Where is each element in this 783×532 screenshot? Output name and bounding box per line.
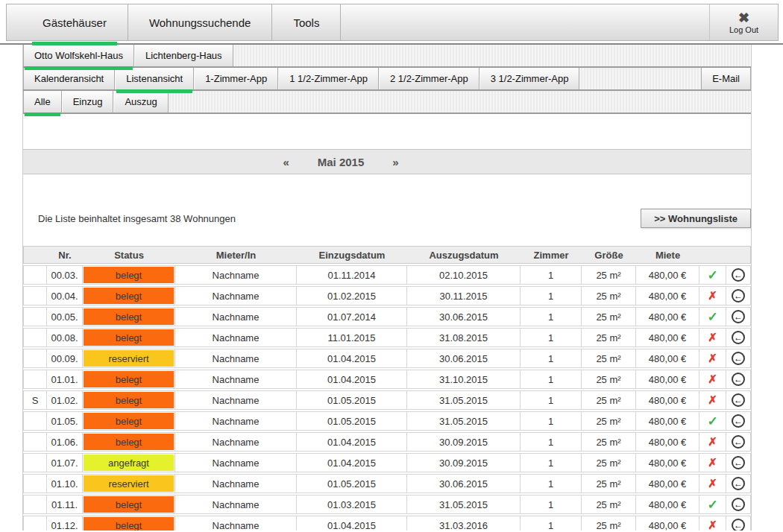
- header-status: Status: [83, 246, 175, 264]
- cross-icon[interactable]: ✗: [708, 331, 717, 343]
- next-month-icon[interactable]: »: [392, 156, 398, 168]
- header-groesse: Größe: [582, 246, 636, 264]
- status-badge: belegt: [84, 392, 174, 408]
- tab-2-1-2-zimmer-app[interactable]: 2 1/2-Zimmer-App: [379, 68, 479, 89]
- logout-button[interactable]: ✖ Log Out: [709, 4, 778, 40]
- result-cell: ✗: [699, 474, 726, 493]
- back-arrow-button[interactable]: ←: [732, 373, 745, 386]
- cross-icon[interactable]: ✗: [708, 393, 717, 406]
- header-marker: [23, 246, 47, 264]
- status-cell: belegt: [83, 411, 175, 431]
- nr-cell: 00.05.: [47, 307, 83, 326]
- tab-wohnungssuchende[interactable]: Wohnungssuchende: [128, 4, 273, 40]
- status-cell: belegt: [83, 307, 175, 326]
- zimmer-cell: 1: [521, 474, 582, 493]
- prev-month-icon[interactable]: «: [283, 156, 289, 168]
- table-header-row: Nr. Status Mieter/In Einzugsdatum Auszug…: [23, 246, 751, 264]
- cross-icon[interactable]: ✗: [708, 352, 717, 364]
- zimmer-cell: 1: [521, 516, 582, 531]
- cross-icon[interactable]: ✗: [708, 373, 717, 385]
- cross-icon[interactable]: ✗: [708, 477, 717, 490]
- back-arrow-button[interactable]: ←: [732, 519, 745, 531]
- filter-einzug[interactable]: Einzug: [62, 91, 114, 113]
- tab-email[interactable]: E-Mail: [701, 68, 751, 89]
- tab-kalenderansicht[interactable]: Kalenderansicht: [23, 68, 115, 89]
- status-cell: belegt: [83, 432, 175, 452]
- result-cell: ✗: [699, 328, 726, 347]
- status-badge: belegt: [84, 308, 174, 325]
- tab-1-1-2-zimmer-app[interactable]: 1 1/2-Zimmer-App: [278, 68, 379, 89]
- apartments-table: Nr. Status Mieter/In Einzugsdatum Auszug…: [23, 244, 751, 531]
- top-nav-bar: Gästehäuser Wohnungssuchende Tools ✖ Log…: [6, 4, 779, 41]
- tab-listenansicht[interactable]: Listenansicht: [115, 68, 194, 89]
- status-badge: belegt: [84, 434, 174, 450]
- miete-cell: 480,00 €: [636, 265, 699, 285]
- status-badge: belegt: [84, 496, 174, 513]
- auszugsdatum-cell: 30.06.2015: [407, 474, 521, 493]
- back-arrow-button[interactable]: ←: [732, 289, 745, 303]
- mieter-cell: Nachname: [175, 495, 297, 514]
- zimmer-cell: 1: [521, 286, 582, 305]
- cross-icon[interactable]: ✗: [708, 435, 717, 448]
- table-body: 00.03.belegtNachname01.11.201402.10.2015…: [23, 265, 751, 531]
- status-cell: reserviert: [83, 474, 175, 493]
- header-miete: Miete: [636, 246, 699, 264]
- auszugsdatum-cell: 31.10.2015: [407, 370, 521, 389]
- tab-otto-wolfskehl-haus[interactable]: Otto Wolfskehl-Haus: [23, 45, 134, 66]
- miete-cell: 480,00 €: [636, 411, 699, 431]
- back-cell: ←: [726, 328, 751, 347]
- tab-tools[interactable]: Tools: [272, 4, 341, 40]
- filter-alle[interactable]: Alle: [23, 91, 62, 113]
- back-arrow-button[interactable]: ←: [732, 352, 745, 365]
- groesse-cell: 25 m²: [582, 474, 636, 493]
- check-icon[interactable]: ✓: [707, 310, 717, 324]
- filter-auszug[interactable]: Auszug: [113, 91, 168, 113]
- tab-lichtenberg-haus[interactable]: Lichtenberg-Haus: [134, 45, 233, 66]
- miete-cell: 480,00 €: [636, 453, 699, 472]
- table-row: 00.04.belegtNachname01.02.201530.11.2015…: [23, 286, 751, 305]
- back-arrow-button[interactable]: ←: [732, 331, 745, 344]
- cross-icon[interactable]: ✗: [708, 456, 717, 469]
- mieter-cell: Nachname: [175, 411, 297, 431]
- result-cell: ✗: [699, 516, 726, 531]
- miete-cell: 480,00 €: [636, 390, 699, 410]
- back-arrow-button[interactable]: ←: [732, 435, 745, 449]
- status-cell: belegt: [83, 286, 175, 305]
- status-badge: belegt: [84, 517, 174, 531]
- einzugsdatum-cell: 01.03.2015: [297, 495, 407, 514]
- cross-icon[interactable]: ✗: [708, 519, 717, 531]
- check-icon[interactable]: ✓: [707, 268, 717, 282]
- miete-cell: 480,00 €: [636, 370, 699, 389]
- back-arrow-button[interactable]: ←: [732, 456, 745, 469]
- table-row: 01.06.belegtNachname01.04.201530.09.2015…: [23, 432, 751, 452]
- back-arrow-button[interactable]: ←: [732, 477, 745, 490]
- back-arrow-button[interactable]: ←: [732, 268, 745, 282]
- groesse-cell: 25 m²: [582, 349, 636, 368]
- marker-cell: [23, 516, 47, 531]
- nr-cell: 00.09.: [47, 349, 83, 368]
- marker-cell: S: [23, 390, 47, 410]
- status-cell: belegt: [83, 370, 175, 389]
- status-cell: reserviert: [83, 349, 175, 368]
- auszugsdatum-cell: 30.09.2015: [407, 453, 521, 472]
- back-arrow-button[interactable]: ←: [732, 393, 745, 407]
- back-arrow-button[interactable]: ←: [732, 498, 745, 511]
- back-arrow-button[interactable]: ←: [732, 310, 745, 323]
- miete-cell: 480,00 €: [636, 495, 699, 514]
- cross-icon[interactable]: ✗: [708, 289, 717, 302]
- view-tabbar: Kalenderansicht Listenansicht 1-Zimmer-A…: [23, 68, 751, 91]
- groesse-cell: 25 m²: [582, 516, 636, 531]
- zimmer-cell: 1: [521, 328, 582, 347]
- check-icon[interactable]: ✓: [707, 414, 717, 428]
- tab-gaestehaeuser[interactable]: Gästehäuser: [22, 4, 128, 40]
- tab-3-1-2-zimmer-app[interactable]: 3 1/2-Zimmer-App: [479, 68, 580, 89]
- table-row: S01.02.belegtNachname01.05.201531.05.201…: [23, 390, 751, 410]
- check-icon[interactable]: ✓: [707, 498, 717, 512]
- zimmer-cell: 1: [521, 265, 582, 285]
- back-cell: ←: [726, 349, 751, 368]
- back-arrow-button[interactable]: ←: [732, 414, 745, 428]
- tab-1-zimmer-app[interactable]: 1-Zimmer-App: [194, 68, 278, 89]
- miete-cell: 480,00 €: [636, 432, 699, 452]
- wohnungsliste-button[interactable]: >> Wohnungsliste: [641, 209, 751, 228]
- table-row: 01.10.reserviertNachname01.05.201530.06.…: [23, 474, 751, 493]
